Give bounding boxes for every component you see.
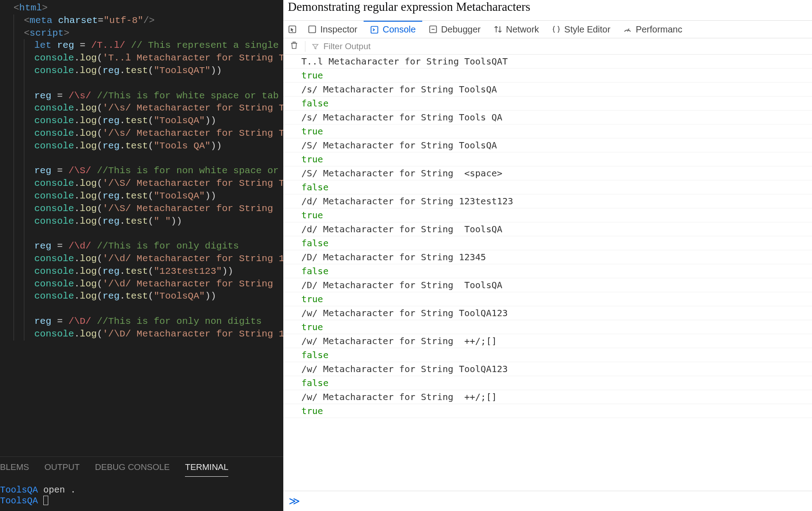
console-message: /w/ Metacharacter for String ToolQA123 (283, 306, 812, 320)
code-line: console.log('/\S/ Metacharacter for Stri… (14, 203, 283, 215)
code-token: '/\S/ Metacharacter for String <spac (102, 203, 283, 214)
code-editor-pane: <html><meta charset="utf-8"/><script>let… (0, 0, 283, 511)
clear-console-button[interactable] (283, 41, 305, 52)
code-token: console (34, 53, 74, 63)
code-token: = (51, 316, 69, 327)
indent-guide (24, 39, 24, 52)
code-token: < (24, 28, 30, 38)
code-token: reg (34, 91, 51, 101)
tab-performance[interactable]: Performanc (617, 21, 688, 38)
indent-guide (24, 177, 24, 190)
code-line (14, 77, 283, 90)
code-token: = (51, 91, 69, 101)
code-token: reg (102, 191, 120, 201)
trash-icon (290, 41, 299, 50)
code-line: reg = /\s/ //This is for white space or … (14, 90, 283, 102)
code-token: ( (97, 291, 103, 301)
indent-guide (24, 303, 24, 315)
tab-console[interactable]: Console (364, 21, 422, 38)
code-token: "ToolsQA" (154, 291, 205, 301)
console-input-prompt[interactable]: ≫ (283, 491, 812, 511)
tab-network[interactable]: Network (487, 21, 545, 38)
code-token: log (80, 141, 97, 151)
code-token: ( (97, 65, 103, 76)
indent-guide (14, 102, 14, 115)
pick-element-button[interactable] (283, 21, 301, 38)
code-line: reg = /\D/ //This is for only non digits (14, 315, 283, 328)
code-line (14, 152, 283, 165)
code-token: script (30, 28, 64, 38)
console-message: T..l Metacharacter for String ToolsQAT (283, 55, 812, 69)
code-token: . (120, 65, 125, 76)
code-token: ( (97, 191, 103, 201)
code-line: console.log(reg.test("Tools QA")) (14, 140, 283, 152)
indent-guide (24, 140, 24, 152)
indent-guide (24, 290, 24, 303)
code-token: ( (97, 178, 103, 189)
tab-output[interactable]: OUTPUT (44, 462, 79, 477)
tab-debug-console[interactable]: DEBUG CONSOLE (95, 462, 170, 477)
code-token: )) (205, 115, 216, 126)
code-token: reg (102, 141, 120, 151)
code-token: charset (58, 15, 98, 26)
terminal-prompt: ToolsQA (0, 496, 38, 506)
tab-debugger[interactable]: Debugger (422, 21, 487, 38)
console-output[interactable]: T..l Metacharacter for String ToolsQATtr… (283, 55, 812, 491)
indent-guide (24, 102, 24, 115)
indent-guide (14, 177, 14, 190)
code-token: "Tools QA" (154, 141, 211, 151)
code-token: console (34, 266, 74, 276)
code-token: < (14, 3, 19, 13)
code-token: ( (97, 203, 103, 214)
console-bool: true (283, 320, 812, 334)
indent-guide (14, 39, 14, 52)
code-token: reg (102, 216, 120, 226)
indent-guide (24, 77, 24, 90)
indent-guide (24, 278, 24, 290)
code-token: test (125, 216, 148, 226)
indent-guide (14, 27, 14, 40)
console-bool: false (283, 348, 812, 362)
tab-problems[interactable]: BLEMS (0, 462, 29, 477)
code-token: //This is for non white space or tab (91, 166, 283, 176)
code-token: "utf-8" (103, 15, 143, 26)
code-line (14, 303, 283, 315)
console-bool: false (283, 180, 812, 194)
console-bool: true (283, 404, 812, 418)
indent-guide (24, 203, 24, 215)
performance-icon (623, 25, 632, 34)
code-token: reg (102, 65, 120, 76)
code-token: reg (102, 115, 120, 126)
tab-terminal[interactable]: TERMINAL (185, 462, 228, 477)
code-token: ( (97, 329, 103, 339)
terminal-cursor (43, 496, 48, 505)
indent-guide (24, 64, 24, 77)
indent-guide (14, 253, 14, 265)
code-token: . (120, 266, 125, 276)
indent-guide (14, 152, 14, 165)
code-token: )) (205, 291, 216, 301)
code-token: /\S/ (69, 166, 91, 176)
tab-style-editor[interactable]: Style Editor (545, 21, 617, 38)
code-token: = (74, 40, 91, 51)
indent-guide (24, 127, 24, 140)
code-token: '/\S/ Metacharacter for String ToolsQ (102, 178, 283, 189)
code-line: console.log(reg.test(" ")) (14, 215, 283, 228)
terminal-body[interactable]: ToolsQA open . ToolsQA (0, 482, 283, 506)
code-token: . (120, 115, 125, 126)
indent-guide (14, 215, 14, 228)
code-editor[interactable]: <html><meta charset="utf-8"/><script>let… (0, 0, 283, 456)
code-token: . (120, 141, 125, 151)
console-message: /S/ Metacharacter for String ToolsQA (283, 138, 812, 152)
console-bool: true (283, 69, 812, 83)
indent-guide (14, 115, 14, 127)
indent-guide (24, 315, 24, 328)
code-token: . (74, 253, 80, 264)
indent-guide (24, 240, 24, 253)
code-token: . (74, 291, 80, 301)
indent-guide (14, 64, 14, 77)
code-token: // This represent a single chara (125, 40, 283, 51)
tab-inspector[interactable]: Inspector (301, 21, 364, 38)
code-token: reg (34, 316, 51, 327)
filter-output-input[interactable]: Filter Output (305, 41, 377, 51)
